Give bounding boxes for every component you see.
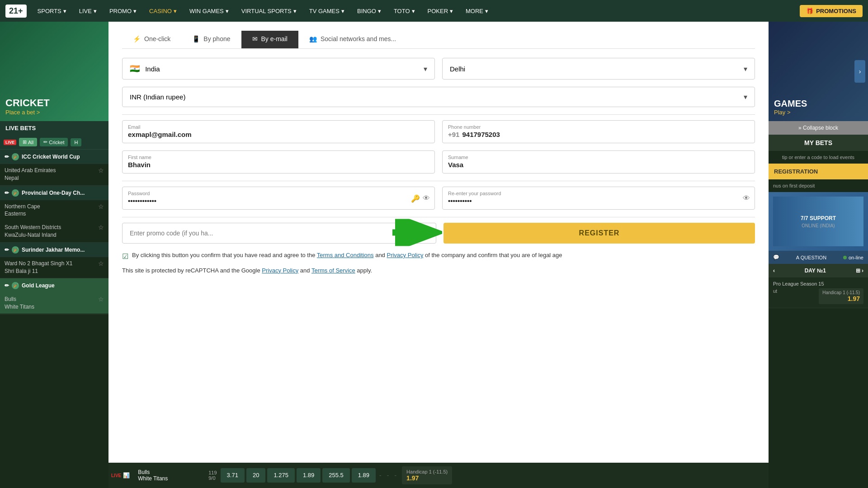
nav-poker[interactable]: POKER ▾ [422,5,459,17]
tab-by-phone[interactable]: 📱 By phone [181,31,241,48]
nav-sports[interactable]: SPORTS ▾ [32,5,72,17]
top-navigation: 21+ SPORTS ▾ LIVE ▾ PROMO ▾ CASINO ▾ WIN… [0,0,868,22]
gold-league-icon: 🏏 [12,282,19,289]
email-field: Email [122,120,435,143]
ask-question-button[interactable]: 💬 A QUESTION on-line [769,251,868,264]
privacy-policy-link[interactable]: Privacy Policy [387,252,423,258]
collapse-button[interactable]: » Collapse block [769,121,868,135]
handicap-value-bottom: 1.97 [406,474,448,482]
today-header: ‹ DAY №1 ⊞ › [769,264,868,277]
sidebar-section-provincial: ✏ 🏏 Provincial One-Day Ch... ☆ Northern … [0,186,108,243]
password-input[interactable] [128,197,369,205]
live-bets-header: LIVE BETS [0,121,108,135]
star-button[interactable]: ☆ [98,167,104,174]
nav-live[interactable]: LIVE ▾ [74,5,102,17]
tab-by-email[interactable]: ✉ By e-mail [241,31,298,48]
nav-virtual-sports[interactable]: VIRTUAL SPORTS ▾ [236,5,302,17]
registration-form: ⚡ One-click 📱 By phone ✉ By e-mail 👥 Soc… [108,22,769,488]
star-button[interactable]: ☆ [98,203,104,210]
currency-select[interactable]: INR (Indian rupee) ▾ [122,87,755,107]
key-icon: 🔑 [411,194,420,202]
register-button[interactable]: REGISTER [443,223,755,244]
nav-win-games[interactable]: WIN GAMES ▾ [184,5,234,17]
odds-button-3[interactable]: 1.275 [267,468,295,483]
lightning-icon: ⚡ [133,35,141,42]
table-row: ☆ Bulls White Titans [0,293,108,314]
games-banner-subtitle[interactable]: Play > [774,109,863,116]
nav-promo[interactable]: PROMO ▾ [104,5,142,17]
odds-dash-3: - [392,468,398,483]
match-name: Bulls White Titans [5,296,104,311]
nav-tv-games[interactable]: TV GAMES ▾ [304,5,350,17]
divider-2 [122,181,755,181]
chevron-right-button[interactable]: › [854,60,865,83]
checkbox-icon[interactable]: ☑ [122,251,128,263]
surname-input[interactable] [448,161,749,169]
repassword-input[interactable] [448,197,689,205]
match-name: United Arab Emirates Nepal [5,167,104,182]
nav-more[interactable]: MORE ▾ [460,5,494,17]
tab-social[interactable]: 👥 Social networks and mes... [298,31,407,48]
promo-register-row: REGISTER [122,223,755,244]
bets-hint: tip or enter a code to load events [769,151,868,164]
email-label: Email [128,124,429,130]
tab-one-click[interactable]: ⚡ One-click [122,31,181,48]
star-button[interactable]: ☆ [98,260,104,267]
right-ad-banner: 7/7 SUPPORT ONLINE (INDIA) [769,192,868,251]
email-input[interactable] [128,131,429,138]
star-button[interactable]: ☆ [98,296,104,303]
star-button[interactable]: ☆ [98,224,104,231]
terms-conditions-link[interactable]: Terms and Conditions [317,252,374,258]
cricket-banner[interactable]: CRICKET Place a bet > [0,22,108,121]
password-row: Password 🔑 👁 Re-enter your password 👁 [122,187,755,210]
country-label: India [145,65,160,73]
odds-button-6[interactable]: 1.89 [352,468,376,483]
country-select[interactable]: 🇮🇳 India ▾ [122,58,435,80]
icc-section-header[interactable]: ✏ 🏏 ICC Cricket World Cup [0,150,108,164]
repassword-icons: 👁 [743,194,750,202]
chat-icon: 💬 [773,254,779,260]
surinder-section-header[interactable]: ✏ 🏏 Surinder Jakhar Memo... [0,243,108,257]
provincial-icon: 🏏 [12,189,19,197]
email-phone-row: Email Phone number +91 [122,120,755,143]
nav-casino[interactable]: CASINO ▾ [144,5,182,17]
filter-cricket-button[interactable]: ✏ Cricket [40,138,68,146]
odds-button-4[interactable]: 1.89 [297,468,321,483]
currency-chevron-icon: ▾ [744,93,747,101]
provincial-section-header[interactable]: ✏ 🏏 Provincial One-Day Ch... [0,186,108,200]
arrow-overlay [388,219,442,248]
filter-more-button[interactable]: H [71,138,81,146]
out-label: ut [773,288,777,304]
social-icon: 👥 [309,35,317,42]
handicap-box-bottom: Handicap 1 (-11.5) 1.97 [402,466,452,484]
odds-dash-2: - [385,468,391,483]
nav-bingo[interactable]: BINGO ▾ [352,5,387,17]
handicap-box-right: Handicap 1 (-11.5) 1.97 [819,288,863,304]
repassword-label: Re-enter your password [448,191,749,196]
firstname-input[interactable] [128,161,429,169]
pro-league-label: Pro League Season 15 [773,281,863,286]
country-city-row: 🇮🇳 India ▾ Delhi ▾ [122,58,755,80]
promotions-button[interactable]: 🎁 PROMOTIONS [800,5,863,17]
registration-promo-button[interactable]: REGISTRATION [769,164,868,179]
odds-button-5[interactable]: 255.5 [322,468,350,483]
center-content: ⚡ One-click 📱 By phone ✉ By e-mail 👥 Soc… [108,22,769,488]
phone-input[interactable] [462,131,749,138]
divider-1 [122,114,755,115]
cricket-banner-subtitle[interactable]: Place a bet > [5,109,103,116]
recaptcha-tos-link[interactable]: Terms of Service [311,267,355,274]
odds-button-2[interactable]: 20 [246,468,265,483]
surinder-icon: 🏏 [12,246,19,253]
city-select[interactable]: Delhi ▾ [442,58,755,80]
gold-league-section-header[interactable]: ✏ 🏏 Gold League [0,278,108,293]
phone-field: Phone number +91 [442,120,755,143]
recaptcha-privacy-link[interactable]: Privacy Policy [262,267,298,274]
odds-button-1[interactable]: 3.71 [221,468,245,483]
phone-prefix: +91 [448,131,459,138]
nav-toto[interactable]: TOTO ▾ [388,5,420,17]
filter-all-button[interactable]: ⊞ All [19,138,37,146]
games-banner[interactable]: › GAMES Play > [769,22,868,121]
show-repassword-icon[interactable]: 👁 [743,194,750,202]
show-password-icon[interactable]: 👁 [423,194,430,202]
right-match-item: Pro League Season 15 ut Handicap 1 (-11.… [769,277,868,308]
